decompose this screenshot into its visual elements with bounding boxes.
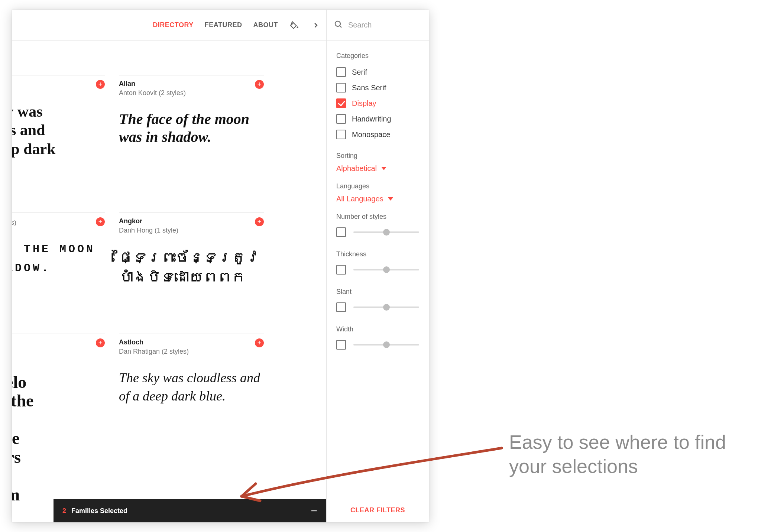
sorting-label: Sorting <box>336 152 419 160</box>
font-card-angkor: Angkor Danh Hong (1 style) + ផ្ទៃព្រះច័ន… <box>119 213 264 287</box>
chevron-right-icon[interactable] <box>311 20 321 30</box>
category-display[interactable]: Display <box>336 95 419 111</box>
annotation-text: Easy to see where to find your selection… <box>509 430 754 479</box>
category-label: Display <box>352 99 376 108</box>
font-card-partial-1: + ky was ess and eep dark <box>12 75 105 158</box>
slider-thumb[interactable] <box>383 229 390 236</box>
add-font-button[interactable]: + <box>96 217 105 226</box>
checkbox-icon <box>336 98 346 108</box>
app-window: DIRECTORY FEATURED ABOUT + ky was <box>12 10 429 522</box>
sorting-dropdown[interactable]: Alphabetical <box>336 164 419 173</box>
clear-filters-button[interactable]: CLEAR FILTERS <box>327 498 429 522</box>
font-sample: st velo d the ip ree urs t om <box>12 354 105 505</box>
slider-track[interactable] <box>353 231 419 233</box>
checkbox-icon <box>336 83 346 93</box>
nav-area: DIRECTORY FEATURED ABOUT <box>12 10 326 40</box>
checkbox-icon <box>336 302 346 312</box>
font-sample: ផ្ទៃព្រះច័ន្ទត្រូវ បាំងបិទដោយពពក <box>119 248 264 287</box>
font-grid: + ky was ess and eep dark styles) + OF T… <box>12 41 326 522</box>
category-handwriting[interactable]: Handwriting <box>336 111 419 127</box>
svg-line-2 <box>340 26 341 27</box>
font-author: styles) <box>12 219 16 227</box>
slant-label: Slant <box>336 288 419 296</box>
slider-thumb[interactable] <box>383 266 390 273</box>
search-area <box>326 10 429 40</box>
svg-point-1 <box>335 21 340 26</box>
languages-label: Languages <box>336 182 419 190</box>
top-bar: DIRECTORY FEATURED ABOUT <box>12 10 429 41</box>
selection-count: 2 <box>62 507 66 515</box>
font-author: Danh Hong (1 style) <box>119 227 178 234</box>
category-monospace[interactable]: Monospace <box>336 127 419 142</box>
category-label: Serif <box>352 68 367 77</box>
languages-value: All Languages <box>336 195 383 203</box>
checkbox-icon <box>336 227 346 237</box>
font-name: Angkor <box>119 217 178 225</box>
category-serif[interactable]: Serif <box>336 64 419 80</box>
content-row: + ky was ess and eep dark styles) + OF T… <box>12 41 429 522</box>
thickness-label: Thickness <box>336 250 419 258</box>
sorting-value: Alphabetical <box>336 164 377 173</box>
category-label: Handwriting <box>352 115 391 123</box>
num-styles-label: Number of styles <box>336 213 419 221</box>
search-input[interactable] <box>348 21 421 29</box>
chevron-down-icon <box>381 167 386 170</box>
categories-label: Categories <box>336 52 419 60</box>
num-styles-slider[interactable] <box>336 225 419 241</box>
checkbox-icon <box>336 130 346 139</box>
slant-slider[interactable] <box>336 300 419 316</box>
font-sample: ky was ess and eep dark <box>12 102 105 158</box>
font-card-partial-2: styles) + OF THE MOON HADOW. <box>12 213 105 278</box>
checkbox-icon <box>336 265 346 275</box>
font-name: Allan <box>119 80 186 88</box>
checkbox-icon <box>336 67 346 77</box>
font-card-astloch: Astloch Dan Rhatigan (2 styles) + The sk… <box>119 334 264 405</box>
nav-featured[interactable]: FEATURED <box>205 21 242 29</box>
checkbox-icon <box>336 340 346 350</box>
languages-dropdown[interactable]: All Languages <box>336 195 419 203</box>
checkbox-icon <box>336 114 346 124</box>
add-font-button[interactable]: + <box>255 338 264 347</box>
thickness-slider[interactable] <box>336 263 419 278</box>
font-author: Dan Rhatigan (2 styles) <box>119 348 189 356</box>
slider-thumb[interactable] <box>383 304 390 311</box>
add-font-button[interactable]: + <box>96 338 105 347</box>
chevron-down-icon <box>388 197 393 201</box>
search-icon <box>334 20 343 30</box>
selection-label: Families Selected <box>71 507 127 515</box>
selection-drawer[interactable]: 2 Families Selected − <box>54 499 326 522</box>
slider-track[interactable] <box>353 306 419 308</box>
nav-directory[interactable]: DIRECTORY <box>153 21 194 29</box>
width-slider[interactable] <box>336 338 419 353</box>
category-label: Sans Serif <box>352 84 386 92</box>
font-sample: The sky was cloudless and of a deep dark… <box>119 369 264 405</box>
font-sample: The face of the moon was in shadow. <box>119 110 264 146</box>
filter-sidebar: Categories Serif Sans Serif Display Hand… <box>326 41 429 522</box>
paint-bucket-icon[interactable] <box>289 20 299 30</box>
slider-track[interactable] <box>353 269 419 270</box>
add-font-button[interactable]: + <box>255 80 264 89</box>
add-font-button[interactable]: + <box>255 217 264 226</box>
font-name: Astloch <box>119 338 189 346</box>
font-author: Anton Koovit (2 styles) <box>119 89 186 97</box>
category-label: Monospace <box>352 130 390 139</box>
font-card-allan: Allan Anton Koovit (2 styles) + The face… <box>119 75 264 146</box>
font-sample: OF THE MOON HADOW. <box>12 240 105 278</box>
font-card-partial-3: + st velo d the ip ree urs t om <box>12 334 105 505</box>
category-sans-serif[interactable]: Sans Serif <box>336 80 419 95</box>
width-label: Width <box>336 325 419 333</box>
nav-about[interactable]: ABOUT <box>253 21 278 29</box>
slider-thumb[interactable] <box>383 341 390 348</box>
add-font-button[interactable]: + <box>96 80 105 89</box>
svg-point-0 <box>297 26 298 28</box>
slider-track[interactable] <box>353 344 419 346</box>
